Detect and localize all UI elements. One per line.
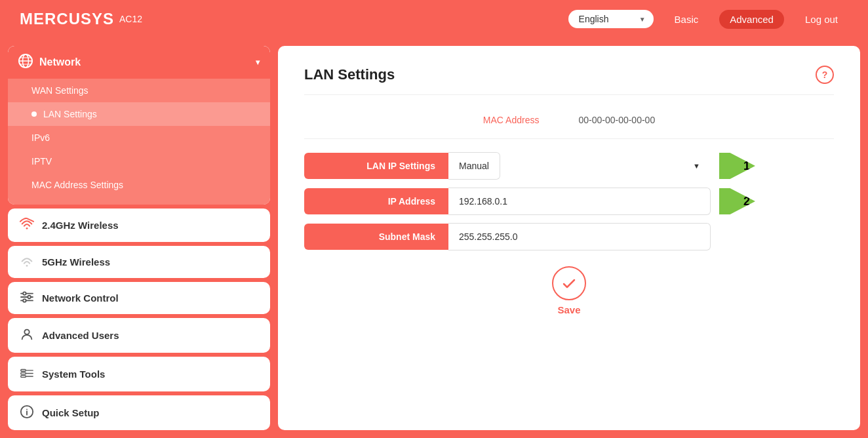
sidebar-item-quick-setup[interactable]: Quick Setup <box>8 395 270 430</box>
chevron-down-icon: ▾ <box>256 58 260 67</box>
network-submenu: WAN Settings LAN Settings IPv6 IPTV MAC … <box>8 79 270 205</box>
sidebar-item-5ghz-wireless[interactable]: 5GHz Wireless <box>8 246 270 278</box>
sidebar-item-network[interactable]: Network ▾ <box>8 46 270 79</box>
lan-ip-settings-label: LAN IP Settings <box>304 153 448 179</box>
logout-button[interactable]: Log out <box>795 10 848 29</box>
active-dot <box>31 111 37 117</box>
network-section: Network ▾ WAN Settings LAN Settings IPv6… <box>8 46 270 205</box>
language-selector-wrapper: English Chinese French German Spanish <box>568 10 654 28</box>
lan-ip-settings-row: LAN IP Settings Manual Auto 1 <box>304 152 711 180</box>
sidebar-wan-label: WAN Settings <box>31 85 89 96</box>
sidebar-item-wan-settings[interactable]: WAN Settings <box>8 79 270 102</box>
brand-name: MERCUSYS <box>20 10 114 28</box>
mac-row: MAC Address 00-00-00-00-00-00 <box>304 108 834 139</box>
page-title: LAN Settings <box>304 66 395 83</box>
annotation-1: 1 <box>719 153 755 179</box>
sidebar-ipv6-label: IPv6 <box>31 132 50 143</box>
basic-button[interactable]: Basic <box>664 10 709 29</box>
sidebar: Network ▾ WAN Settings LAN Settings IPv6… <box>8 46 270 430</box>
sidebar-item-dhcp-server[interactable]: DHCP Server <box>8 197 270 205</box>
header: MERCUSYS AC12 English Chinese French Ger… <box>0 0 868 38</box>
5ghz-label: 5GHz Wireless <box>42 256 110 268</box>
wifi-24-icon <box>20 218 34 233</box>
sliders-icon <box>20 291 34 305</box>
sidebar-item-lan-settings[interactable]: LAN Settings <box>8 102 270 126</box>
24ghz-label: 2.4GHz Wireless <box>42 220 119 231</box>
sidebar-iptv-label: IPTV <box>31 156 52 167</box>
svg-point-10 <box>23 292 26 295</box>
tools-icon <box>20 366 34 382</box>
sidebar-item-mac-address-settings[interactable]: MAC Address Settings <box>8 173 270 197</box>
svg-point-22 <box>26 408 28 410</box>
logo: MERCUSYS AC12 <box>20 10 142 28</box>
sidebar-dhcp-label: DHCP Server <box>31 203 87 205</box>
sidebar-item-ipv6[interactable]: IPv6 <box>8 126 270 149</box>
sidebar-item-system-tools[interactable]: System Tools <box>8 357 270 391</box>
subnet-mask-input[interactable] <box>448 223 711 250</box>
form: LAN IP Settings Manual Auto 1 IP Address… <box>304 152 711 250</box>
save-label: Save <box>557 304 580 315</box>
language-select[interactable]: English Chinese French German Spanish <box>568 10 654 28</box>
svg-rect-16 <box>21 376 26 378</box>
network-label: Network <box>39 56 81 68</box>
mac-address-value: 00-00-00-00-00-00 <box>578 115 655 125</box>
sidebar-lan-label: LAN Settings <box>43 109 97 119</box>
subnet-mask-row: Subnet Mask <box>304 223 711 250</box>
svg-point-6 <box>26 265 28 267</box>
sidebar-item-24ghz-wireless[interactable]: 2.4GHz Wireless <box>8 209 270 242</box>
wifi-5-icon <box>20 255 34 269</box>
globe-icon <box>18 54 33 71</box>
subnet-mask-label: Subnet Mask <box>304 224 448 250</box>
advanced-users-label: Advanced Users <box>42 330 119 341</box>
content-header: LAN Settings ? <box>304 66 834 95</box>
sidebar-item-iptv[interactable]: IPTV <box>8 149 270 173</box>
save-button[interactable] <box>552 266 586 300</box>
svg-point-5 <box>26 228 28 229</box>
model-name: AC12 <box>119 14 142 24</box>
svg-rect-15 <box>21 372 26 374</box>
content-panel: LAN Settings ? MAC Address 00-00-00-00-0… <box>278 46 860 430</box>
info-circle-icon <box>20 405 34 421</box>
annotation-2: 2 <box>719 188 755 214</box>
system-tools-label: System Tools <box>42 368 105 380</box>
network-control-label: Network Control <box>42 292 119 304</box>
svg-rect-14 <box>21 370 26 372</box>
ip-address-row: IP Address 2 <box>304 188 711 215</box>
header-controls: English Chinese French German Spanish Ba… <box>568 10 848 29</box>
ip-address-label: IP Address <box>304 188 448 214</box>
annotation-1-text: 1 <box>743 159 750 173</box>
svg-point-11 <box>28 296 31 299</box>
svg-point-13 <box>24 330 29 334</box>
quick-setup-label: Quick Setup <box>42 407 100 418</box>
help-icon[interactable]: ? <box>816 66 834 84</box>
main-layout: Network ▾ WAN Settings LAN Settings IPv6… <box>0 38 868 438</box>
save-section: Save <box>304 266 834 315</box>
sidebar-item-advanced-users[interactable]: Advanced Users <box>8 318 270 353</box>
sidebar-item-network-control[interactable]: Network Control <box>8 282 270 314</box>
annotation-2-text: 2 <box>743 195 750 209</box>
lan-ip-settings-select[interactable]: Manual Auto <box>448 152 500 180</box>
advanced-button[interactable]: Advanced <box>719 10 784 29</box>
sidebar-mac-label: MAC Address Settings <box>31 180 123 190</box>
ip-address-input[interactable] <box>448 188 711 215</box>
lan-ip-settings-select-wrapper: Manual Auto <box>448 152 711 180</box>
mac-address-label: MAC Address <box>483 115 540 125</box>
svg-point-12 <box>23 299 26 302</box>
user-icon <box>20 327 34 344</box>
